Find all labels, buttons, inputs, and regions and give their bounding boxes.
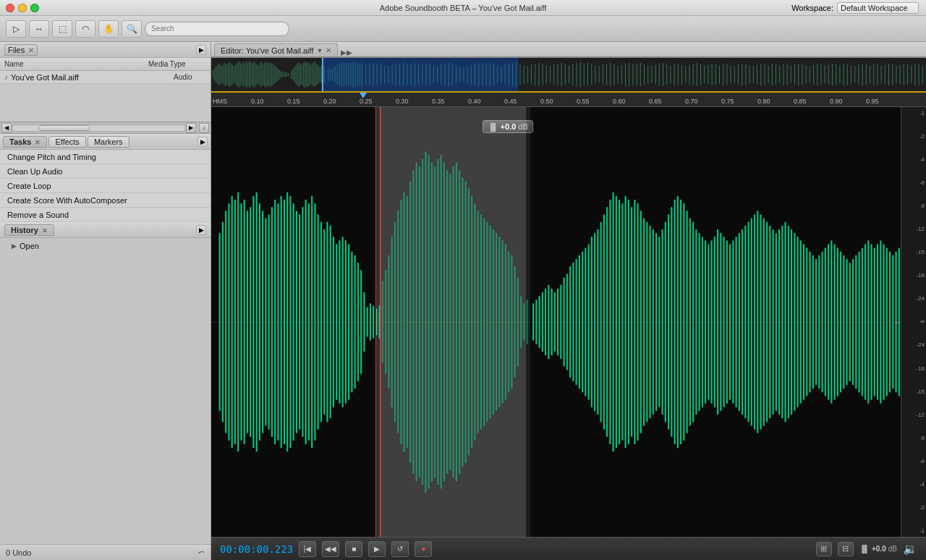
waveform-overview[interactable] xyxy=(211,58,926,93)
svg-rect-374 xyxy=(621,203,623,441)
svg-rect-394 xyxy=(683,203,684,441)
history-open-item[interactable]: ▶ Open xyxy=(0,239,211,253)
editor-expand-icon[interactable]: ▶▶ xyxy=(341,48,352,56)
task-change-pitch[interactable]: Change Pitch and Timing xyxy=(0,150,211,164)
svg-rect-178 xyxy=(697,63,697,87)
col-media-header[interactable]: Media Type xyxy=(148,60,206,68)
svg-rect-255 xyxy=(259,203,260,441)
db-scale-label: -15 xyxy=(903,389,925,395)
zoom-out-button[interactable]: ⊞ xyxy=(816,542,832,556)
svg-rect-292 xyxy=(373,305,374,338)
svg-rect-162 xyxy=(637,64,637,86)
tool-time[interactable]: ↔ xyxy=(29,20,49,38)
svg-rect-154 xyxy=(606,64,607,86)
svg-rect-353 xyxy=(557,289,558,355)
task-clean-up-audio[interactable]: Clean Up Audio xyxy=(0,164,211,179)
svg-rect-449 xyxy=(852,259,854,385)
tool-marquee[interactable]: ⬚ xyxy=(52,20,72,38)
col-name-header[interactable]: Name xyxy=(4,60,148,68)
editor-tab-main[interactable]: Editor: You've Got Mail.aiff ▼ ✕ xyxy=(214,43,338,56)
zoom-in-button[interactable]: ⊟ xyxy=(838,542,854,556)
svg-rect-296 xyxy=(382,281,383,363)
tab-close-icon[interactable]: ✕ xyxy=(326,46,331,54)
svg-rect-286 xyxy=(354,255,356,389)
file-item[interactable]: ♪ You've Got Mail.aiff Audio xyxy=(0,71,211,84)
tab-markers[interactable]: Markers xyxy=(88,136,129,148)
waveform-svg xyxy=(211,107,926,537)
tasks-tab-close[interactable]: ✕ xyxy=(35,139,41,146)
task-create-loop[interactable]: Create Loop xyxy=(0,179,211,193)
svg-rect-382 xyxy=(646,222,647,423)
files-tab[interactable]: Files ✕ xyxy=(4,44,38,56)
close-button[interactable] xyxy=(6,4,14,12)
svg-rect-206 xyxy=(802,64,802,85)
app-title: Adobe Soundbooth BETA – You've Got Mail.… xyxy=(380,4,546,12)
audio-icon: ♪ xyxy=(4,73,8,81)
tab-effects[interactable]: Effects xyxy=(48,136,85,148)
scroll-right-arrow[interactable]: ▶ xyxy=(186,123,196,133)
expand-icon[interactable]: ▶ xyxy=(196,45,206,55)
history-tab-close[interactable]: ✕ xyxy=(42,227,48,234)
files-scrollbar[interactable]: ◀ ▶ ↓ xyxy=(0,122,211,133)
svg-rect-458 xyxy=(880,240,881,403)
tab-tasks[interactable]: Tasks ✕ xyxy=(3,136,47,148)
waveform-container: ▐▌ +0.0 dB xyxy=(211,107,926,537)
svg-rect-253 xyxy=(252,196,254,448)
tool-lasso[interactable]: ◠ xyxy=(75,20,95,38)
svg-rect-269 xyxy=(302,207,303,436)
search-input[interactable] xyxy=(145,22,289,36)
svg-rect-237 xyxy=(919,64,919,85)
svg-rect-372 xyxy=(616,196,617,448)
svg-rect-317 xyxy=(446,170,448,474)
waveform-main[interactable]: ▐▌ +0.0 dB xyxy=(211,107,926,537)
tasks-expand-icon[interactable]: ▶ xyxy=(197,137,208,147)
svg-rect-249 xyxy=(240,203,242,441)
scrollbar-thumb[interactable] xyxy=(38,125,90,131)
history-expand-icon[interactable]: ▶ xyxy=(196,225,206,235)
minimize-button[interactable] xyxy=(18,4,27,12)
svg-rect-8 xyxy=(225,63,226,87)
svg-rect-232 xyxy=(900,65,901,85)
svg-rect-339 xyxy=(514,266,516,378)
play-button[interactable]: ▶ xyxy=(368,541,386,557)
svg-rect-200 xyxy=(779,66,780,84)
svg-rect-20 xyxy=(243,62,244,88)
files-panel-expand[interactable]: ▶ xyxy=(196,45,206,55)
svg-rect-143 xyxy=(565,64,566,85)
svg-rect-210 xyxy=(817,64,817,86)
workspace-select[interactable]: Default Workspace xyxy=(837,2,919,14)
task-create-score[interactable]: Create Score With AutoComposer xyxy=(0,193,211,208)
svg-rect-153 xyxy=(603,65,603,85)
tool-zoom[interactable]: 🔍 xyxy=(122,20,142,38)
svg-rect-62 xyxy=(307,62,308,88)
scroll-left-arrow[interactable]: ◀ xyxy=(1,123,12,133)
svg-rect-411 xyxy=(736,237,737,407)
files-tab-close[interactable]: ✕ xyxy=(28,46,34,54)
task-remove-sound[interactable]: Remove a Sound xyxy=(0,208,211,222)
stop-button[interactable]: ■ xyxy=(345,541,362,557)
tab-history[interactable]: History ✕ xyxy=(4,224,54,236)
tool-select[interactable]: ▷ xyxy=(6,20,26,38)
step-back-button[interactable]: ◀◀ xyxy=(322,541,339,557)
undo-icon[interactable]: ⤺ xyxy=(198,548,205,557)
scrollbar-track[interactable] xyxy=(12,124,186,132)
svg-rect-324 xyxy=(468,189,470,456)
svg-rect-318 xyxy=(449,174,451,470)
svg-rect-32 xyxy=(261,62,262,88)
loop-button[interactable]: ↺ xyxy=(391,541,409,557)
maximize-button[interactable] xyxy=(30,4,39,12)
rewind-button[interactable]: |◀ xyxy=(299,541,316,557)
svg-rect-390 xyxy=(671,207,672,436)
svg-rect-407 xyxy=(723,237,725,407)
svg-rect-314 xyxy=(437,159,438,485)
tool-hand[interactable]: ✋ xyxy=(98,20,119,38)
speaker-icon[interactable]: 🔉 xyxy=(903,542,917,556)
svg-rect-164 xyxy=(644,64,645,85)
record-button[interactable]: ● xyxy=(415,541,432,557)
tab-menu-icon[interactable]: ▼ xyxy=(316,47,323,54)
svg-rect-173 xyxy=(678,64,679,85)
svg-rect-289 xyxy=(363,292,365,352)
svg-rect-68 xyxy=(317,64,318,85)
svg-rect-195 xyxy=(760,64,761,86)
scroll-down-icon[interactable]: ↓ xyxy=(199,123,209,133)
